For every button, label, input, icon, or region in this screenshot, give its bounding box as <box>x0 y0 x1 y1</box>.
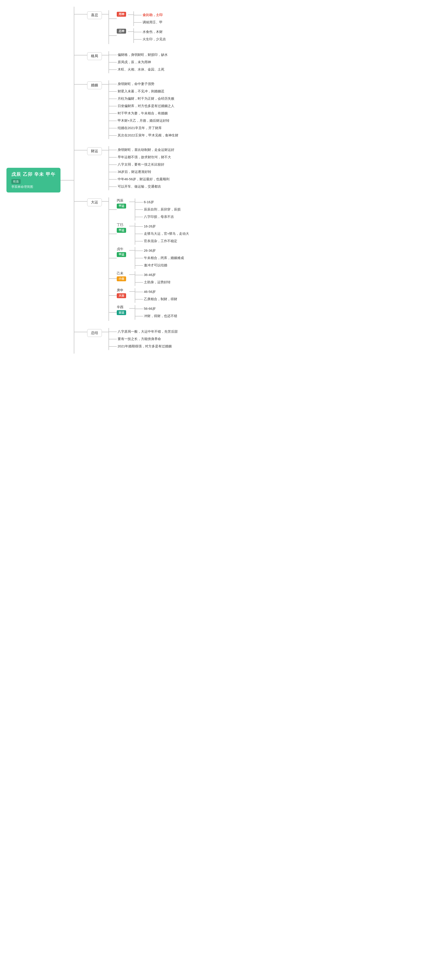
item-text: 2021年婚期很强，对方多是有过婚姻 <box>117 344 173 349</box>
child-row: 辰辰自刑，辰卯穿，辰损 <box>135 206 181 213</box>
main-vline <box>74 7 74 353</box>
dayun-hline <box>129 226 135 226</box>
node-box-喜忌: 喜忌 <box>87 11 102 19</box>
subnode-item-text: 调候用壬、甲 <box>142 20 163 25</box>
child-row: 原局戌，辰，未为用神 <box>109 59 169 66</box>
dayun-name: 庚申 <box>117 288 124 293</box>
dayun-item-text: 八字印损，母亲不吉 <box>143 214 175 220</box>
child-row: 月柱为偏财，时干为正财，会经历失败 <box>109 95 179 102</box>
child-row: 偏财格，身弱财旺，财损印，缺水 <box>109 51 169 59</box>
dayun-left-col: 己未小吉 <box>117 271 128 281</box>
dayun-item-text: 6-16岁 <box>143 200 155 205</box>
children-connector-wrapper: 36-46岁土助身，运势好转 <box>135 271 171 286</box>
dayun-left-col: 戊午平运 <box>117 247 128 257</box>
item-text: 偏财格，身弱财旺，财损印，缺水 <box>117 52 169 57</box>
branch-hline <box>74 150 87 150</box>
h-tick <box>109 106 117 107</box>
h-tick <box>109 295 117 296</box>
h-tick <box>109 164 117 165</box>
child-row: 乙庚相合，制财，得财 <box>135 296 178 303</box>
badge-吉运: 吉运 <box>117 310 126 315</box>
item-text: 财星入未墓，不见冲，则婚姻迟 <box>117 89 165 94</box>
h-tick <box>109 19 117 19</box>
dayun-subnode: 戊午平运26-36岁午未相合，闭库，婚姻难成逢冲才可以结婚 <box>117 247 185 269</box>
child-row: 八字太弱，要有一技之长比较好 <box>109 161 175 168</box>
h-tick <box>109 113 117 114</box>
dayun-item-text: 26-36岁 <box>143 248 157 253</box>
child-row: 午未相合，闭库，婚姻难成 <box>135 255 185 262</box>
branch-hline2 <box>102 150 109 150</box>
dayun-hline <box>129 250 135 251</box>
items-column: 36-46岁土助身，运势好转 <box>135 271 171 286</box>
children-connector-wrapper: 八字原局一般，大运中年不错，先苦后甜要有一技之长，方能傍身养命2021年婚期很强… <box>109 328 179 350</box>
subnode: 忌神水食伤，木财火生印，少见吉 <box>117 28 167 43</box>
child-row: 身弱财旺，命中妻子强势 <box>109 80 179 88</box>
h-tick <box>135 258 143 258</box>
child-row: 己未小吉36-46岁土助身，运势好转 <box>109 270 190 287</box>
items-column: 6-16岁辰辰自刑，辰卯穿，辰损八字印损，母亲不吉 <box>135 199 181 221</box>
dayun-subnode: 丙辰平运6-16岁辰辰自刑，辰卯穿，辰损八字印损，母亲不吉 <box>117 199 181 221</box>
item-text: 结婚在2021辛丑年，开了财库 <box>117 126 163 130</box>
badge-平运: 平运 <box>117 204 126 208</box>
h-tick <box>135 217 143 217</box>
children-connector-wrapper: 6-16岁辰辰自刑，辰卯穿，辰损八字印损，母亲不吉 <box>135 199 181 221</box>
items-column: 56-66岁冲财，得财，也还不错 <box>135 305 178 320</box>
child-row: 其次在2022壬寅年，甲木见根，食神生财 <box>109 132 179 139</box>
item-text: 月柱为偏财，时干为正财，会经历失败 <box>117 96 175 101</box>
child-row: 金比劫，土印 <box>134 11 163 19</box>
h-tick <box>109 99 117 99</box>
children-connector-wrapper: 丙辰平运6-16岁辰辰自刑，辰卯穿，辰损八字印损，母亲不吉丁巳平运16-26岁走… <box>109 197 190 321</box>
badge-小吉: 小吉 <box>117 276 126 281</box>
child-row: 早年运都不强，故求财坎坷，财不大 <box>109 154 175 161</box>
child-row: 身弱财旺，喜比劫制财，走金运财运好 <box>109 146 175 154</box>
root-badge: 乾造 <box>11 179 21 184</box>
h-tick <box>135 234 143 234</box>
dayun-hline <box>129 202 135 202</box>
children-connector-wrapper: 身弱财旺，喜比劫制财，走金运财运好早年运都不强，故求财坎坷，财不大八字太弱，要有… <box>109 146 175 190</box>
h-tick <box>109 121 117 121</box>
children-connector-wrapper: 金比劫，土印调候用壬、甲 <box>133 11 163 26</box>
dayun-item-text: 辰辰自刑，辰卯穿，辰损 <box>143 207 181 212</box>
item-text: 要有一技之长，方能傍身养命 <box>117 336 162 342</box>
h-tick <box>109 346 117 347</box>
node-box-婚姻: 婚姻 <box>87 81 102 89</box>
dayun-subnode: 辛酉吉运56-66岁冲财，得财，也还不错 <box>117 305 178 320</box>
items-column: 八字原局一般，大运中年不错，先苦后甜要有一技之长，方能傍身养命2021年婚期很强… <box>109 328 179 350</box>
h-tick <box>109 84 117 84</box>
mind-map-root: 戊辰 乙卯 辛未 甲午 乾造 李双林命理简图 喜忌用神金比劫，土印调候用壬、甲忌… <box>6 7 425 353</box>
h-tick <box>135 292 143 292</box>
item-text: 身弱财旺，命中妻子强势 <box>117 81 155 87</box>
items-column: 26-36岁午未相合，闭库，婚姻难成逢冲才可以结婚 <box>135 247 185 269</box>
h-tick <box>109 157 117 158</box>
branch-hline2 <box>102 14 109 14</box>
dayun-item-text: 午未相合，闭库，婚姻难成 <box>143 255 185 261</box>
main-branches: 喜忌用神金比劫，土印调候用壬、甲忌神水食伤，木财火生印，少见吉格局偏财格，身弱财… <box>74 7 425 353</box>
h-tick <box>135 299 143 299</box>
vert-wrapper: 喜忌用神金比劫，土印调候用壬、甲忌神水食伤，木财火生印，少见吉格局偏财格，身弱财… <box>74 7 425 353</box>
branch-hline <box>74 201 87 202</box>
child-row: 中年46-56岁，财运最好，也最顺利 <box>109 176 175 183</box>
child-row: 辛酉吉运56-66岁冲财，得财，也还不错 <box>109 304 190 321</box>
item-text: 日坐偏财库，对方也多是有过婚姻之人 <box>117 103 175 108</box>
dayun-name: 辛酉 <box>117 305 124 309</box>
child-row: 36-46岁 <box>135 271 171 278</box>
subnode: 用神金比劫，土印调候用壬、甲 <box>117 11 163 26</box>
branch-hline <box>74 55 87 56</box>
badge-忌神: 忌神 <box>117 29 126 33</box>
h-tick <box>109 234 117 234</box>
items-column: 身弱财旺，命中妻子强势财星入未墓，不见冲，则婚姻迟月柱为偏财，时干为正财，会经历… <box>109 80 179 139</box>
item-text: 36岁后，财运逐渐好转 <box>117 169 152 175</box>
child-row: 水食伤，木财 <box>134 28 167 36</box>
children-connector-wrapper: 26-36岁午未相合，闭库，婚姻难成逢冲才可以结婚 <box>135 247 185 269</box>
items-column: 身弱财旺，喜比劫制财，走金运财运好早年运都不强，故求财坎坷，财不大八字太弱，要有… <box>109 146 175 190</box>
children-connector-wrapper: 46-56岁乙庚相合，制财，得财 <box>135 288 178 303</box>
dayun-left-col: 辛酉吉运 <box>117 305 128 315</box>
h-tick <box>109 186 117 187</box>
children-connector-wrapper: 身弱财旺，命中妻子强势财星入未墓，不见冲，则婚姻迟月柱为偏财，时干为正财，会经历… <box>109 80 179 139</box>
dayun-subnode: 庚申大吉46-56岁乙庚相合，制财，得财 <box>117 288 178 303</box>
child-row: 走驿马大运，官+驿马，走动大 <box>135 230 190 237</box>
top-branch-caiyun: 财运身弱财旺，喜比劫制财，走金运财运好早年运都不强，故求财坎坷，财不大八字太弱，… <box>74 146 425 190</box>
dayun-left-col: 庚申大吉 <box>117 288 128 298</box>
item-text: 八字原局一般，大运中年不错，先苦后甜 <box>117 329 179 334</box>
child-row: 庚申大吉46-56岁乙庚相合，制财，得财 <box>109 287 190 304</box>
